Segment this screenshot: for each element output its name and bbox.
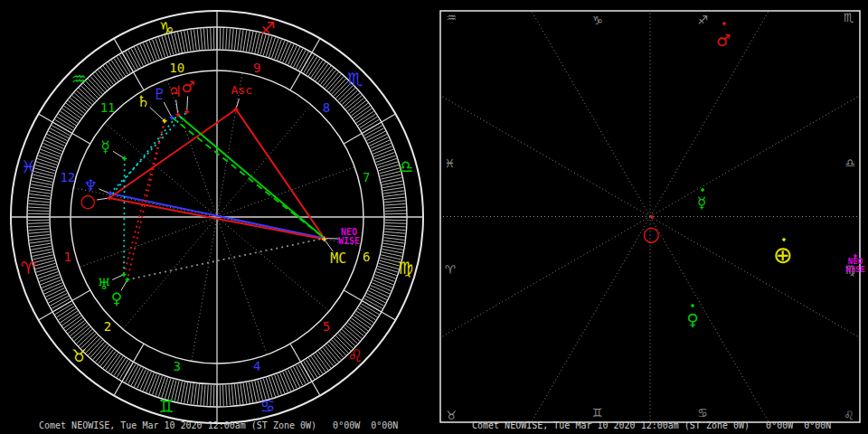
house-cusp-line xyxy=(217,167,354,217)
planet-jupiter-glyph: ♃ xyxy=(168,82,182,100)
house-cusp-line xyxy=(217,217,267,354)
house-cusp-line xyxy=(217,105,311,217)
house-number-9: 9 xyxy=(253,61,260,75)
house-number-12: 12 xyxy=(60,170,75,184)
house-number-1: 1 xyxy=(64,250,71,264)
border-sign-leo-glyph: ♌ xyxy=(844,409,854,422)
orbit-chart-panel: ♈♉♊♋♌♍♎♏♐♑♒♓○☿♀⊕♂NEOWISE xyxy=(440,11,865,422)
aspect-pluto-neowise xyxy=(172,118,325,239)
sign-libra-glyph: ♎ xyxy=(398,156,413,176)
planet-neptune-glyph: ♆ xyxy=(84,176,98,194)
zodiac-ray xyxy=(532,217,650,423)
border-sign-taurus-glyph: ♉ xyxy=(446,409,457,422)
house-number-10: 10 xyxy=(169,61,184,75)
house-number-7: 7 xyxy=(363,170,370,184)
aspect-venus-neowise xyxy=(127,239,325,280)
border-sign-cancer-glyph: ♋ xyxy=(697,406,708,420)
zodiac-ray xyxy=(440,217,650,338)
house-number-4: 4 xyxy=(253,359,260,373)
border-sign-scorpio-glyph: ♏ xyxy=(844,11,854,24)
zodiac-ray xyxy=(440,96,650,217)
pointer-pluto xyxy=(164,102,172,118)
planet-venus-glyph: ♀ xyxy=(686,310,698,329)
planet-mercury-glyph: ☿ xyxy=(697,193,706,212)
house-number-6: 6 xyxy=(363,250,370,264)
border-sign-gemini-glyph: ♊ xyxy=(592,406,603,420)
planet-venus-glyph: ♀ xyxy=(111,289,122,307)
zodiac-ray xyxy=(650,217,860,338)
planet-uranus-glyph: ♅ xyxy=(97,275,110,293)
border-sign-libra-glyph: ♎ xyxy=(845,156,856,170)
status-bar-right: Comet NEOWISE, Tue Mar 10 2020 12:00am (… xyxy=(472,420,831,430)
sign-capricorn-glyph: ♑ xyxy=(159,18,175,38)
border-sign-sagittarius-glyph: ♐ xyxy=(697,14,708,27)
house-cusp-line xyxy=(80,217,217,267)
border-sign-aries-glyph: ♈ xyxy=(445,263,456,277)
planet-earth-glyph: ⊕ xyxy=(773,241,793,269)
house-cusp-line xyxy=(192,217,217,362)
sign-taurus-glyph: ♉ xyxy=(71,345,87,365)
sign-cancer-glyph: ♋ xyxy=(259,396,275,416)
midheaven-label: MC xyxy=(330,250,346,267)
border-sign-aquarius-glyph: ♒ xyxy=(446,11,457,24)
astrolog-window: 123456789101112♈♉♊♋♌♍♎♏♐♑♒♓NEOWISE○♆☿♄♇♃… xyxy=(0,0,868,434)
planet-mercury-glyph: ☿ xyxy=(100,137,109,156)
house-cusp-line xyxy=(123,217,217,329)
house-number-3: 3 xyxy=(174,359,181,373)
ascendant-label: Asc xyxy=(231,83,252,97)
sign-sagittarius-glyph: ♐ xyxy=(259,18,275,38)
neowise-label: NEOWISE xyxy=(338,227,360,246)
zodiac-ray xyxy=(650,11,769,217)
house-number-8: 8 xyxy=(323,100,330,115)
planet-mars-glyph: ♂ xyxy=(182,78,195,96)
planet-sun-glyph: ○ xyxy=(642,222,659,245)
zodiac-ray xyxy=(650,96,860,217)
pointer-midheaven xyxy=(324,240,333,252)
planet-mars-glyph: ♂ xyxy=(716,31,731,50)
sign-aries-glyph: ♈ xyxy=(21,258,36,278)
planet-saturn-glyph: ♄ xyxy=(137,92,150,110)
border-sign-pisces-glyph: ♓ xyxy=(445,156,456,170)
house-number-2: 2 xyxy=(104,319,111,334)
status-bar-left: Comet NEOWISE, Tue Mar 10 2020 12:00am (… xyxy=(39,420,398,430)
pointer-mars xyxy=(187,96,188,111)
planet-pluto-glyph: ♇ xyxy=(153,85,166,103)
house-number-11: 11 xyxy=(100,100,116,115)
chart-canvas: 123456789101112♈♉♊♋♌♍♎♏♐♑♒♓NEOWISE○♆☿♄♇♃… xyxy=(0,0,868,434)
sign-leo-glyph: ♌ xyxy=(347,345,363,365)
pointer-saturn xyxy=(150,108,165,121)
zodiac-ray xyxy=(650,217,769,423)
neowise-label: NEOWISE xyxy=(845,257,865,274)
pointer-uranus xyxy=(112,275,124,280)
wheel-chart-panel: 123456789101112♈♉♊♋♌♍♎♏♐♑♒♓NEOWISE○♆☿♄♇♃… xyxy=(11,11,423,423)
sign-pisces-glyph: ♓ xyxy=(21,156,36,176)
border-sign-capricorn-glyph: ♑ xyxy=(592,14,603,27)
house-number-5: 5 xyxy=(323,319,330,334)
sign-scorpio-glyph: ♏ xyxy=(347,69,363,89)
aspect-jupiter-neowise xyxy=(178,115,325,239)
pointer-mercury xyxy=(113,151,125,158)
aspect-saturn-venus xyxy=(127,121,165,280)
sign-virgo-glyph: ♍ xyxy=(398,258,413,278)
zodiac-ray xyxy=(532,11,650,217)
sign-aquarius-glyph: ♒ xyxy=(71,69,87,89)
house-cusp-line xyxy=(217,217,329,311)
sign-gemini-glyph: ♊ xyxy=(159,396,175,416)
